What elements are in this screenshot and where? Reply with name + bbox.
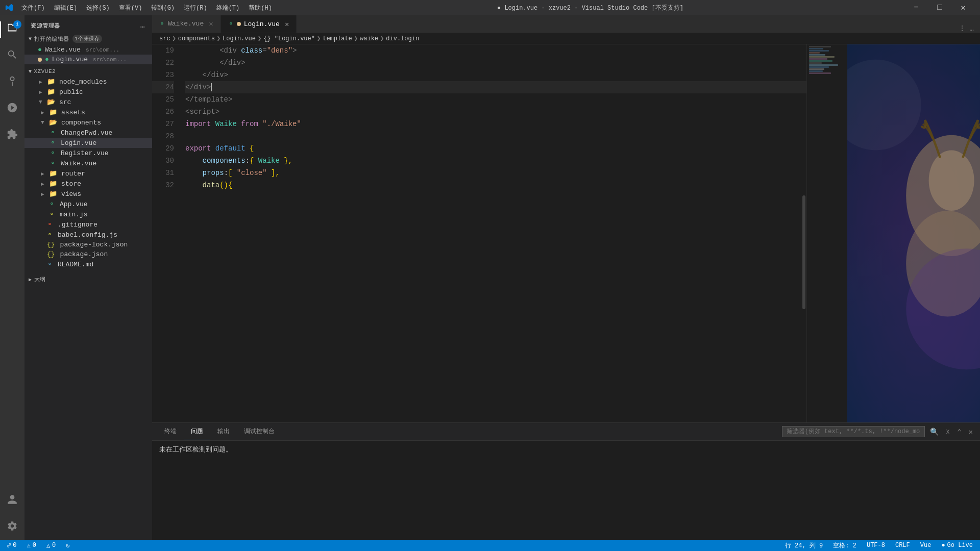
open-editors-title[interactable]: ▼ 打开的编辑器 1个未保存 [24,33,152,45]
status-eol[interactable]: CRLF [893,540,912,551]
minimap-content [807,44,847,76]
explorer-badge: 1 [13,20,21,29]
status-git-branch[interactable]: ☍ 0 [5,540,18,551]
breadcrumb-src[interactable]: src [159,35,170,42]
menu-view[interactable]: 查看(V) [115,3,146,13]
open-editor-waike[interactable]: ● Waike.vue src\com... [24,45,152,55]
tree-item-label: router [61,170,148,178]
minimap-line [809,48,823,49]
open-editor-login[interactable]: ● Login.vue src\com... [24,55,152,64]
project-section-title[interactable]: ▼ XZVUE2 [24,66,152,77]
status-live-share[interactable]: ↻ [64,540,71,551]
status-bar: ☍ 0 ⚠ 0 △ 0 ↻ 行 24, 列 9 空格: 2 UTF-8 CRLF… [0,540,980,551]
menu-edit[interactable]: 编辑(E) [50,3,82,13]
tab-login[interactable]: ⚬ Login.vue ✕ [221,15,297,33]
tree-item-label: components [61,119,148,127]
menu-terminal[interactable]: 终端(T) [212,3,244,13]
status-go-live[interactable]: ● Go Live [939,540,975,551]
status-errors[interactable]: ⚠ 0 [24,540,38,551]
tab-waike[interactable]: ⚬ Waike.vue ✕ [152,15,221,33]
error-icon: ⚠ [27,542,30,549]
minimize-button[interactable]: − [904,0,928,15]
filter-icon[interactable]: 🔍 [928,427,941,437]
minimap-line [809,54,825,56]
tree-readme[interactable]: ⚬ README.md [24,259,152,269]
activity-settings[interactable] [0,515,24,540]
status-spaces[interactable]: 空格: 2 [831,540,859,551]
tree-gitignore[interactable]: ⚬ .gitignore [24,219,152,230]
activity-debug[interactable] [0,97,24,121]
open-editor-waike-name: Waike.vue [45,46,81,54]
code-line-24: </div> [185,81,806,93]
activity-git[interactable] [0,70,24,95]
tree-waike[interactable]: ⚬ Waike.vue [24,158,152,168]
tree-components[interactable]: ▼ 📂 components [24,117,152,128]
scrollbar-thumb[interactable] [802,195,805,309]
status-encoding[interactable]: UTF-8 [865,540,887,551]
menu-select[interactable]: 选择(S) [82,3,114,13]
code-line-19: <div class="dens"> [185,44,806,57]
activity-extensions[interactable] [0,123,24,148]
activity-search[interactable] [0,44,24,68]
tree-babel[interactable]: ⚬ babel.config.js [24,230,152,240]
breadcrumb-file[interactable]: Login.vue [223,35,256,42]
panel-tab-problems[interactable]: 问题 [184,424,210,439]
tree-node-modules[interactable]: ▶ 📁 node_modules [24,77,152,87]
menu-goto[interactable]: 转到(G) [147,3,179,13]
new-file-icon[interactable]: … [139,20,146,31]
tab-close-waike[interactable]: ✕ [209,19,213,28]
tree-store[interactable]: ▶ 📁 store [24,179,152,189]
collapse-panel-icon[interactable]: ⌃ [955,427,963,437]
tree-src[interactable]: ▼ 📂 src [24,97,152,107]
code-area[interactable]: 19 22 23 24 25 26 27 28 29 30 31 32 [152,44,806,422]
restore-button[interactable]: □ [928,0,951,15]
tree-register[interactable]: ⚬ Register.vue [24,148,152,158]
panel: 终端 问题 输出 调试控制台 🔍 ☓ ⌃ ✕ 未在工作区检测到问题。 [152,422,980,540]
panel-tab-output[interactable]: 输出 [210,424,237,439]
tree-public[interactable]: ▶ 📁 public [24,87,152,97]
status-right: 行 24, 列 9 空格: 2 UTF-8 CRLF Vue ● Go Live [783,540,975,551]
status-left: ☍ 0 ⚠ 0 △ 0 ↻ [5,540,72,551]
status-position[interactable]: 行 24, 列 9 [783,540,825,551]
status-warnings[interactable]: △ 0 [44,540,58,551]
more-tabs-icon[interactable]: … [968,24,976,33]
search-icon [7,49,18,64]
activity-explorer[interactable]: 1 [0,17,24,42]
panel-tab-terminal[interactable]: 终端 [157,424,184,439]
tree-package-lock[interactable]: {} package-lock.json [24,240,152,249]
menu-help[interactable]: 帮助(H) [244,3,276,13]
breadcrumb-waike[interactable]: waike [360,35,378,42]
project-name: XZVUE2 [34,68,56,74]
split-editor-icon[interactable]: ⋮ [957,24,968,33]
panel-filter-input[interactable] [782,426,925,437]
tab-close-login[interactable]: ✕ [285,20,289,29]
tree-changepwd[interactable]: ⚬ ChangePwd.vue [24,128,152,138]
breadcrumb-div-login[interactable]: div.login [386,35,419,42]
breadcrumb-template[interactable]: template [323,35,352,42]
vertical-scrollbar[interactable] [801,44,806,422]
breadcrumb-components[interactable]: components [178,35,215,42]
breadcrumb-scope[interactable]: {} "Login.vue" [263,35,315,42]
panel-tab-debug[interactable]: 调试控制台 [237,424,282,439]
tree-assets[interactable]: ▶ 📁 assets [24,107,152,117]
tree-login[interactable]: ⚬ Login.vue [24,138,152,148]
folder-chevron: ▶ [41,109,47,116]
outline-section-title[interactable]: ▶ 大纲 [24,273,152,285]
clear-filter-icon[interactable]: ☓ [944,427,952,437]
tree-item-label: ChangePwd.vue [61,129,148,137]
tree-views[interactable]: ▶ 📁 views [24,189,152,199]
close-panel-icon[interactable]: ✕ [967,427,975,437]
minimap-line [809,46,831,47]
git-branch-icon: ☍ [7,542,11,549]
menu-run[interactable]: 运行(R) [180,3,211,13]
tree-router[interactable]: ▶ 📁 router [24,168,152,179]
activity-account[interactable] [0,489,24,513]
menu-file[interactable]: 文件(F) [17,3,49,13]
tree-package-json[interactable]: {} package.json [24,249,152,259]
editor-content: 19 22 23 24 25 26 27 28 29 30 31 32 [152,44,980,422]
close-button[interactable]: ✕ [951,0,975,15]
tree-app-vue[interactable]: ⚬ App.vue [24,199,152,209]
status-language[interactable]: Vue [918,540,934,551]
tab-waike-label: Waike.vue [168,20,204,28]
tree-main-js[interactable]: ⚬ main.js [24,209,152,219]
